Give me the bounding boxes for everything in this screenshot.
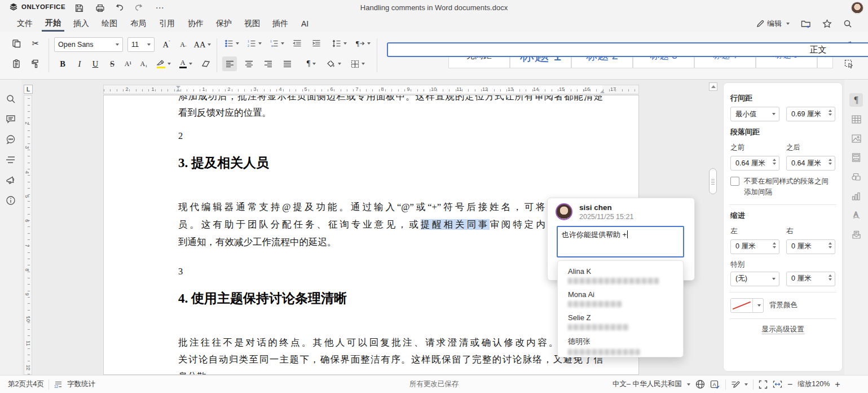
comment-text-input[interactable]: 也许你能提供帮助 + [557, 226, 684, 257]
highlight-color-button[interactable] [153, 56, 174, 71]
editing-mode-button[interactable]: 编辑 [756, 16, 790, 32]
font-name-combo[interactable]: Open Sans [54, 37, 123, 52]
set-language-icon[interactable] [695, 379, 705, 389]
tab-plugins[interactable]: 插件 [269, 16, 292, 32]
tab-insert[interactable]: 插入 [70, 16, 92, 32]
subscript-button[interactable]: A₁ [136, 56, 151, 71]
search-button[interactable] [843, 16, 852, 32]
doc-line[interactable]: 2 [178, 130, 603, 142]
doc-line[interactable]: 添加成功后，批注将显示在页面侧边栏或专用面板中。这样直观的定位方式让所有审阅者都… [178, 95, 603, 103]
multilevel-list-button[interactable]: 1a [267, 36, 287, 51]
numbered-list-button[interactable]: 12 [245, 36, 264, 51]
tab-references[interactable]: 引用 [156, 16, 178, 32]
chart-settings-icon[interactable] [849, 189, 863, 203]
tab-layout[interactable]: 布局 [127, 16, 149, 32]
mention-item[interactable]: Selie Z [558, 311, 683, 334]
horizontal-ruler[interactable]: 211234567891011121314151617 [103, 85, 639, 94]
fit-width-button[interactable] [773, 380, 782, 388]
copy-button[interactable] [9, 36, 24, 51]
tab-view[interactable]: 视图 [241, 16, 263, 32]
doc-line[interactable]: 员。这有助于团队分配任务、征询专业意见，或提醒相关同事审阅特定内容。被提及 [178, 219, 603, 231]
track-changes-button[interactable] [731, 380, 748, 388]
find-icon[interactable] [4, 92, 17, 106]
bold-button[interactable]: B [55, 56, 70, 71]
line-spacing-value-spinner[interactable]: 0.69 厘米 [786, 107, 835, 121]
image-settings-icon[interactable] [849, 132, 863, 145]
shading-button[interactable] [324, 56, 344, 71]
language-selector[interactable]: 中文– 中华人民共和国 [613, 379, 690, 389]
nonprinting-characters-button[interactable]: ¶ [302, 56, 320, 71]
doc-heading-4[interactable]: 4. 使用主题保持讨论条理清晰 [178, 290, 347, 308]
doc-heading-3[interactable]: 3. 提及相关人员 [178, 154, 269, 172]
tab-home[interactable]: 开始 [42, 16, 64, 32]
zoom-out-button[interactable]: − [787, 379, 792, 390]
special-indent-select[interactable]: (无) [730, 272, 779, 286]
underline-button[interactable]: U [88, 56, 103, 71]
scroll-up-button[interactable] [709, 82, 717, 91]
tab-collaboration[interactable]: 协作 [184, 16, 207, 32]
mail-merge-settings-icon[interactable] [849, 228, 863, 241]
spacing-after-spinner[interactable]: 0.64 厘米 [786, 156, 835, 171]
vertical-ruler[interactable]: 23456789101112 [24, 95, 32, 375]
tab-stop-selector[interactable]: L [24, 85, 33, 94]
headings-navigation-icon[interactable] [4, 153, 17, 167]
format-painter-button[interactable] [28, 56, 43, 71]
align-left-button[interactable] [222, 56, 237, 71]
paragraph-settings-icon[interactable]: ¶ [849, 93, 863, 107]
select-all-button[interactable] [841, 56, 856, 71]
right-indent-marker[interactable] [600, 90, 605, 93]
doc-line[interactable]: 关讨论自动归类至同一主题下，确保界面整洁有序。这样既保留了完整的讨论脉络，又避免… [178, 353, 603, 366]
left-indent-marker[interactable] [176, 86, 180, 91]
font-color-button[interactable]: A [176, 56, 195, 71]
no-space-between-checkbox-row[interactable]: 不要在相同样式的段落之间添加间隔 [730, 176, 835, 198]
doc-line[interactable]: 到通知，有效减少工作流程中的延迟。 [178, 236, 603, 248]
style-normal[interactable]: 正文 [387, 42, 868, 57]
tab-draw[interactable]: 绘图 [98, 16, 121, 32]
fit-page-button[interactable] [759, 380, 768, 389]
strikeout-button[interactable]: S [105, 56, 120, 71]
text-art-settings-icon[interactable]: A [849, 208, 863, 222]
checkbox-icon[interactable] [730, 177, 739, 186]
paste-button[interactable] [9, 56, 24, 71]
comments-panel-icon[interactable] [4, 112, 17, 126]
zoom-level-indicator[interactable]: 缩放120% [797, 379, 830, 389]
font-size-combo[interactable]: 11 [127, 37, 155, 52]
doc-line[interactable]: 看到反馈对应的位置。 [178, 107, 603, 119]
mention-item[interactable]: Mona Ai [558, 287, 683, 311]
decrease-indent-button[interactable] [290, 36, 305, 51]
cut-button[interactable]: ✂ [28, 36, 43, 51]
line-spacing-select[interactable]: 最小值 [730, 107, 779, 121]
mention-item[interactable]: Alina K [558, 264, 683, 287]
tab-ai[interactable]: AI [298, 16, 312, 32]
align-justify-button[interactable] [280, 56, 294, 71]
indent-right-spinner[interactable]: 0 厘米 [786, 239, 835, 254]
tab-file[interactable]: 文件 [14, 16, 36, 32]
doc-line[interactable]: 3 [178, 265, 603, 278]
align-center-button[interactable] [241, 56, 256, 71]
indent-left-spinner[interactable]: 0 厘米 [730, 239, 779, 254]
superscript-button[interactable]: A¹ [121, 56, 135, 71]
spacing-before-spinner[interactable]: 0.64 厘米 [730, 156, 779, 171]
user-avatar[interactable] [851, 2, 863, 14]
chat-panel-icon[interactable] [4, 133, 17, 146]
highlighted-text[interactable]: 提醒相关同事 [421, 219, 490, 230]
doc-line[interactable]: 批注往往不是对话的终点。其他人可以回复批注、请求澄清或确认修改内容。多数编辑 [178, 337, 603, 349]
vertical-scrollbar-thumb[interactable] [709, 168, 717, 194]
spellcheck-icon[interactable]: A [710, 380, 720, 389]
increase-font-button[interactable]: Aˆ [159, 37, 174, 52]
show-advanced-settings-link[interactable]: 显示高级设置 [730, 325, 835, 334]
mention-item[interactable]: 德明张 [558, 334, 683, 359]
doc-line[interactable]: 现代编辑器通常支持@提及功能。通过输入“@”或“+”符号后接姓名，可将批注直接指 [178, 201, 603, 213]
feedback-icon[interactable] [4, 173, 17, 187]
change-case-button[interactable]: AA [193, 37, 212, 52]
shape-settings-icon[interactable] [849, 170, 863, 184]
align-right-button[interactable] [261, 56, 275, 71]
header-footer-settings-icon[interactable] [849, 151, 863, 164]
decrease-font-button[interactable]: Aˇ [176, 37, 191, 52]
borders-button[interactable] [347, 56, 368, 71]
zoom-in-button[interactable]: + [835, 379, 840, 390]
paragraph-mark-button[interactable]: ¶ [353, 36, 373, 51]
increase-indent-button[interactable] [309, 36, 324, 51]
special-indent-spinner[interactable]: 0 厘米 [786, 272, 835, 286]
open-file-location-button[interactable] [801, 16, 812, 32]
